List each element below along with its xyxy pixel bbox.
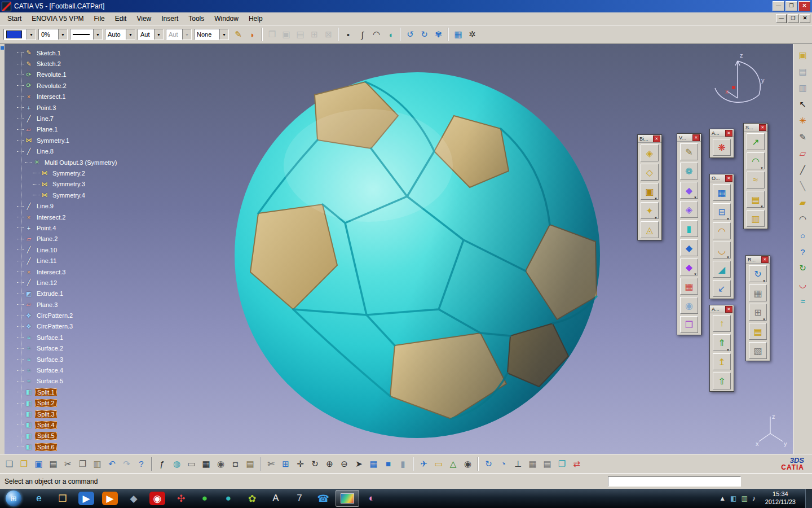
bottom-tool-button[interactable]: ✂	[61, 457, 75, 471]
tray-icon[interactable]: ▲	[719, 494, 726, 502]
tree-item-label[interactable]: Symmetry.3	[51, 181, 87, 187]
dock-tool-button[interactable]: ▱	[796, 147, 810, 160]
menu-item-tools[interactable]: Tools	[183, 14, 209, 24]
tree-item[interactable]: ✎Sketch.1	[17, 47, 118, 58]
dock-tool-button[interactable]: ≈	[796, 294, 810, 308]
dock-tool-button[interactable]: ╲	[796, 179, 810, 193]
tool-button[interactable]: ↗	[747, 133, 765, 150]
tree-item-label[interactable]: Intersect.2	[35, 214, 67, 221]
tool-button[interactable]: ◇	[641, 164, 659, 181]
dock-tool-button[interactable]: ↻	[796, 261, 810, 275]
painter-icon[interactable]: ◗	[245, 28, 259, 42]
dock-tool-button[interactable]: ▥	[796, 81, 810, 95]
view-compass[interactable]: z y x	[705, 50, 767, 120]
color-combo[interactable]: ▼	[3, 29, 36, 40]
tool-button[interactable]: ⊟▼	[713, 203, 731, 220]
floating-toolbar-titlebar[interactable]: R...✕	[746, 256, 770, 264]
bottom-tool-button[interactable]: ▦	[367, 457, 381, 471]
mdi-minimize-icon[interactable]: —	[776, 14, 787, 23]
bottom-tool-button[interactable]: ✈	[417, 457, 431, 471]
bottom-tool-button[interactable]: ▭	[184, 457, 198, 471]
restore-icon[interactable]: ❐	[785, 1, 797, 11]
mdi-restore-icon[interactable]: ❐	[788, 14, 798, 23]
tree-item[interactable]: ≈Surface.4	[17, 365, 118, 375]
dock-tool-button[interactable]: ○	[796, 229, 810, 242]
tool-button[interactable]: ⇑▼	[713, 334, 731, 351]
tree-item[interactable]: ≈Surface.1	[17, 332, 118, 343]
bottom-tool-button[interactable]: ▤	[540, 457, 554, 471]
rotate-left-icon[interactable]: ↺	[403, 28, 417, 42]
dock-tool-button[interactable]: ↖	[796, 98, 810, 111]
surface-icon[interactable]: ◖	[383, 28, 398, 42]
chevron-down-icon[interactable]: ▼	[126, 29, 135, 40]
bottom-tool-button[interactable]: ▭	[431, 457, 445, 471]
bottom-tool-button[interactable]: ✄	[264, 457, 278, 471]
close-icon[interactable]: ✕	[725, 130, 732, 137]
tree-item[interactable]: ◧Split.6	[17, 441, 118, 452]
tree-item-label[interactable]: Line.11	[35, 257, 58, 264]
bottom-tool-button[interactable]: ▤	[243, 457, 257, 471]
dock-handle[interactable]	[1, 46, 4, 50]
tool-button[interactable]: ◬	[641, 221, 659, 238]
tree-item[interactable]: ⋈Symmetry.1	[17, 135, 118, 146]
tree-item-label[interactable]: Intersect.1	[35, 93, 67, 100]
tree-item-label[interactable]: Surface.2	[35, 345, 65, 352]
dock-tool-button[interactable]: ◡	[796, 278, 810, 291]
dock-tool-button[interactable]: ◠	[796, 212, 810, 226]
close-icon[interactable]: ✕	[759, 124, 766, 131]
chevron-down-icon[interactable]: ▼	[219, 29, 228, 40]
close-icon[interactable]: ✕	[653, 135, 660, 142]
bottom-tool-button[interactable]: ↶	[105, 457, 119, 471]
dock-tool-button[interactable]: ✎	[796, 130, 810, 144]
tree-item-label[interactable]: Surface.4	[35, 367, 65, 374]
swap-icon[interactable]: ✾	[431, 28, 445, 42]
tree-item-label[interactable]: Line.7	[35, 115, 55, 122]
tree-item[interactable]: ✳Multi Output.3 (Symmetry)	[25, 157, 118, 168]
grid-icon[interactable]: ▦	[451, 28, 465, 42]
tree-item-label[interactable]: Point.3	[35, 104, 58, 111]
tree-item[interactable]: ⋈Symmetry.3	[33, 179, 118, 190]
menu-item-help[interactable]: Help	[244, 14, 268, 24]
tree-item-label[interactable]: Split.6	[35, 443, 57, 451]
taskbar-ie[interactable]: e	[28, 491, 50, 506]
tree-item[interactable]: ◧Split.1	[17, 387, 118, 397]
app-icon[interactable]	[2, 2, 11, 11]
tool-button[interactable]: ◠▼	[747, 152, 765, 169]
tool-button[interactable]: ◆▼	[680, 259, 698, 275]
tree-item[interactable]: ≈Surface.5	[17, 376, 118, 387]
tree-item[interactable]: ⟳Revolute.1	[17, 69, 118, 80]
taskbar-flower[interactable]: ✿	[241, 491, 263, 506]
start-button[interactable]: ⊞	[6, 491, 21, 506]
bottom-tool-button[interactable]: ◉	[461, 457, 475, 471]
tree-item-label[interactable]: Symmetry.2	[51, 170, 87, 177]
tree-item-label[interactable]: Multi Output.3 (Symmetry)	[43, 159, 118, 166]
tree-item[interactable]: +Point.4	[17, 222, 118, 233]
bottom-tool-button[interactable]: ▦	[526, 457, 540, 471]
bottom-tool-button[interactable]: ◍	[170, 457, 184, 471]
tree-item-label[interactable]: Sketch.1	[35, 50, 63, 56]
close-icon[interactable]: ✕	[725, 306, 732, 313]
bottom-tool-button[interactable]: ↻	[482, 457, 496, 471]
dock-tool-button[interactable]: ▣	[796, 49, 810, 62]
bottom-tool-button[interactable]: ⇄	[570, 457, 584, 471]
tool-button[interactable]: ◈	[680, 201, 698, 218]
tool-button[interactable]: ▤	[749, 323, 767, 340]
bottom-tool-button[interactable]: ↷	[120, 457, 134, 471]
tree-item-label[interactable]: Plane.3	[35, 301, 59, 308]
arc-icon[interactable]: ◠	[369, 28, 383, 42]
tree-item[interactable]: ≈Surface.2	[17, 343, 118, 354]
tool-button[interactable]: ◆▼	[680, 182, 698, 199]
tree-item-label[interactable]: Split.3	[35, 410, 57, 418]
tool-button[interactable]: ❁	[680, 163, 698, 179]
spline-icon[interactable]: ∫	[355, 28, 369, 42]
tree-item[interactable]: ╱Line.10	[17, 244, 118, 255]
tool-button[interactable]: ↥	[713, 353, 731, 370]
tree-item-label[interactable]: Line.12	[35, 279, 59, 286]
tree-item-label[interactable]: Symmetry.4	[51, 192, 87, 199]
tree-item[interactable]: ❖CircPattern.2	[17, 310, 118, 321]
tool-button[interactable]: ▤▼	[747, 191, 765, 208]
dock-tool-button[interactable]: ╱	[796, 163, 810, 177]
layer-combo[interactable]: None ▼	[194, 29, 229, 40]
tray-icon[interactable]: ♪	[752, 494, 756, 502]
taskbar-seven[interactable]: 7	[288, 491, 311, 506]
